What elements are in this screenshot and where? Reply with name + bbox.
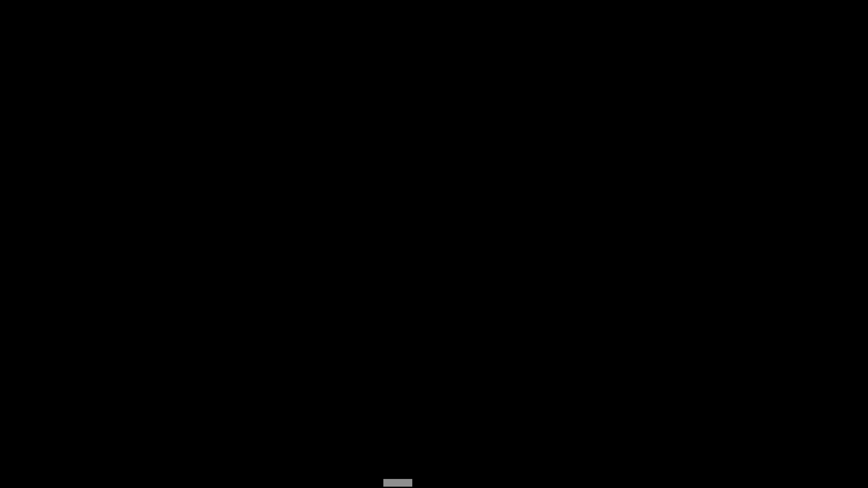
chart-canvas[interactable]: [0, 0, 868, 488]
macd-toggle-button[interactable]: [383, 479, 412, 487]
mt4-chart-window: [0, 0, 868, 488]
